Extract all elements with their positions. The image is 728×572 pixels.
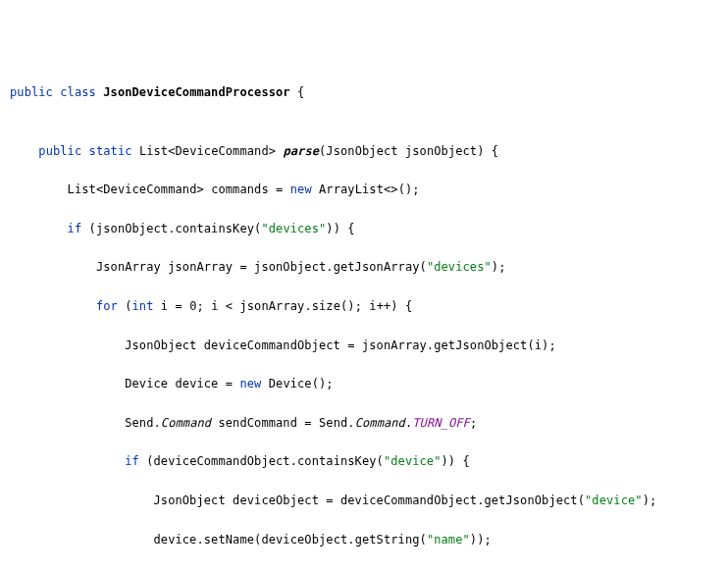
string-literal: "devices" (261, 222, 326, 235)
paren: ( (527, 338, 534, 352)
dot: . (154, 416, 161, 430)
string-literal: "name" (427, 533, 470, 546)
var: deviceCommandObject (204, 338, 340, 352)
paren: ) (643, 494, 650, 507)
var: jsonArray (168, 260, 233, 274)
class-name: JsonDeviceCommandProcessor (103, 85, 289, 99)
type: JsonObject (154, 494, 226, 507)
brace: { (347, 222, 354, 235)
paren: ) (442, 454, 448, 468)
enum-constant: TURN_OFF (412, 416, 470, 430)
op: ++ (377, 299, 391, 313)
paren: ) (390, 299, 397, 313)
code-line: Device device = new Device(); (10, 375, 718, 394)
method-call: containsKey (297, 454, 377, 468)
semi: ; (326, 377, 333, 390)
keyword-int: int (132, 299, 154, 313)
dot: . (168, 222, 175, 235)
code-editor[interactable]: public class JsonDeviceCommandProcessor … (10, 83, 718, 572)
method-call: getJsonObject (434, 338, 527, 352)
string-literal: "device" (384, 454, 442, 468)
semi: ; (650, 494, 656, 507)
var: i (369, 299, 376, 313)
var: deviceObject (261, 533, 347, 546)
code-line: for (int i = 0; i < jsonArray.size(); i+… (10, 297, 718, 317)
code-line: device.setName(deviceObject.getString("n… (10, 531, 718, 550)
code-line: JsonObject deviceObject = deviceCommandO… (10, 492, 718, 511)
code-line: public static List<DeviceCommand> parse(… (10, 142, 718, 162)
type: Send (125, 416, 153, 430)
type: List (139, 144, 168, 158)
keyword-for: for (96, 299, 118, 313)
method-call: getJsonObject (484, 494, 577, 507)
dot: . (304, 299, 311, 313)
angle: < (168, 144, 175, 158)
op: = (340, 338, 362, 352)
type: JsonArray (96, 260, 161, 274)
keyword-new: new (239, 377, 261, 390)
dot: . (347, 416, 354, 430)
semi: ; (470, 416, 477, 430)
dot: . (290, 454, 297, 468)
var: deviceObject (233, 494, 319, 507)
code-line: if (jsonObject.containsKey("devices")) { (10, 220, 718, 239)
brace: { (492, 144, 498, 158)
semi: ; (548, 338, 555, 352)
keyword-class: class (60, 85, 96, 99)
type: ArrayList (319, 182, 384, 196)
paren: ( (125, 299, 131, 313)
op: = (297, 416, 319, 430)
angle: > (196, 182, 203, 196)
op: = (233, 260, 254, 274)
keyword-public: public (10, 85, 53, 99)
var: jsonArray (239, 299, 304, 313)
type: JsonObject (125, 338, 196, 352)
var: deviceCommandObject (340, 494, 477, 507)
param: jsonObject (405, 144, 477, 158)
op: = (269, 182, 290, 196)
semi: ; (484, 533, 491, 546)
paren: ( (420, 260, 427, 274)
type: DeviceCommand (176, 144, 269, 158)
type: DeviceCommand (103, 182, 196, 196)
code-line: List<DeviceCommand> commands = new Array… (10, 181, 718, 200)
code-line: if (deviceCommandObject.containsKey("dev… (10, 452, 718, 472)
var: jsonObject (96, 222, 168, 235)
type: List (68, 182, 96, 196)
keyword-public: public (38, 144, 81, 158)
diamond: <> (384, 182, 398, 196)
op: = (218, 377, 239, 390)
paren: ) (326, 222, 333, 235)
semi: ; (355, 299, 362, 313)
code-line: JsonObject deviceCommandObject = jsonArr… (10, 337, 718, 356)
code-line: public class JsonDeviceCommandProcessor … (10, 83, 718, 103)
paren: ( (89, 222, 96, 235)
keyword-static: static (89, 144, 132, 158)
method-call: size (312, 299, 340, 313)
brace: { (405, 299, 412, 313)
method-call: getString (355, 533, 420, 546)
op: = (319, 494, 340, 507)
var: deviceCommandObject (154, 454, 290, 468)
dot: . (196, 533, 203, 546)
type: Device (125, 377, 168, 390)
keyword-if: if (68, 222, 82, 235)
op: < (226, 299, 233, 313)
paren: ) (477, 144, 484, 158)
var: device (154, 533, 197, 546)
op: = (168, 299, 189, 313)
dot: . (347, 533, 354, 546)
string-literal: "devices" (427, 260, 492, 274)
semi: ; (498, 260, 505, 274)
semi: ; (197, 299, 204, 313)
var: commands (211, 182, 269, 196)
var: jsonArray (362, 338, 427, 352)
var: jsonObject (254, 260, 326, 274)
var: sendCommand (218, 416, 297, 430)
type: Send (319, 416, 347, 430)
paren: ) (347, 299, 354, 313)
paren: ( (377, 454, 384, 468)
method-call: getJsonArray (334, 260, 420, 274)
brace: { (463, 454, 470, 468)
var: i (211, 299, 218, 313)
